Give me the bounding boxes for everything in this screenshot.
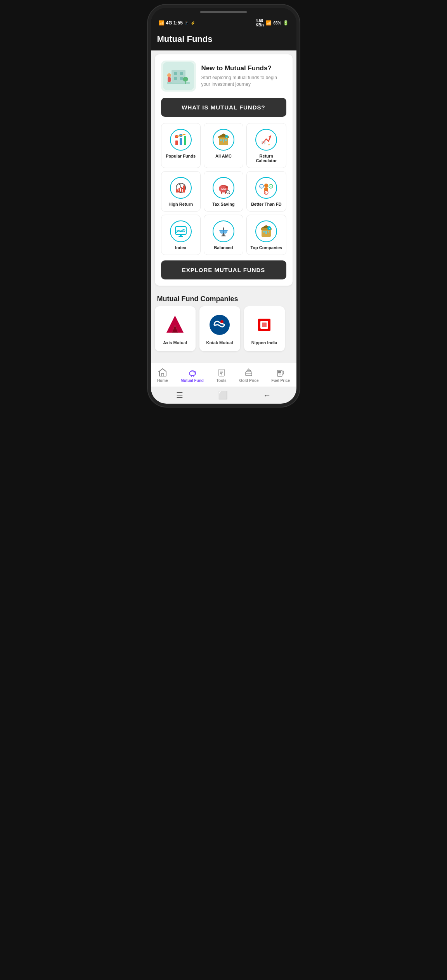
svg-point-7 [167,73,171,77]
nippon-logo [252,312,277,337]
nav-item-mutual-fund[interactable]: Mutual Fund [177,366,206,384]
nav-item-fuel-price[interactable]: Fuel Price [268,366,293,384]
tax-saving-label: Tax Saving [212,202,234,206]
svg-rect-90 [246,372,252,376]
company-card-axis[interactable]: Axis Mutual [155,306,196,351]
popular-funds-icon [170,129,192,151]
svg-rect-36 [183,186,185,193]
grid-item-high-return[interactable]: High Return [161,171,201,212]
svg-rect-39 [222,185,225,186]
svg-rect-43 [221,192,222,194]
grid-item-index[interactable]: INDEX Index [161,215,201,255]
high-return-icon [170,177,192,199]
nav-item-home[interactable]: Home [154,366,171,384]
screen-content: New to Mutual Funds? Start exploring mut… [151,50,296,363]
company-card-nippon[interactable]: Nippon India [244,306,285,351]
svg-rect-59 [222,234,225,236]
svg-rect-33 [176,189,178,193]
grid-item-top-companies[interactable]: ✓ Top Companies [246,215,286,255]
svg-rect-96 [278,371,281,373]
svg-point-84 [189,373,190,373]
grid-item-tax-saving[interactable]: TAX Tax Saving [204,171,243,212]
mutual-fund-nav-icon [187,368,197,377]
svg-rect-44 [225,192,226,194]
explore-mf-button[interactable]: EXPLORE MUTUAL FUNDS [161,260,286,279]
svg-rect-26 [264,140,265,144]
status-left: 📶 4G 1:55 📱 ⚡ [159,20,195,26]
svg-rect-35 [181,187,182,193]
axis-name: Axis Mutual [163,340,187,345]
nav-label-tools: Tools [217,378,227,383]
index-icon: INDEX [170,220,192,242]
grid-item-balanced[interactable]: Balanced [204,215,243,255]
grid-item-all-amc[interactable]: ✓ All AMC [204,123,243,168]
svg-text:$: $ [221,373,222,376]
intro-illustration [161,61,196,92]
svg-rect-3 [174,72,177,75]
balanced-icon [213,220,234,242]
grid-item-popular-funds[interactable]: Popular Funds [161,123,201,168]
svg-rect-29 [179,184,180,185]
better-fd-icon: $ % € [255,177,277,199]
better-fd-label: Better Than FD [251,202,282,206]
what-is-mf-button[interactable]: WHAT IS MUTUAL FUNDS? [161,98,286,117]
grid-item-return-calculator[interactable]: ✦ Return Calculator [246,123,286,168]
svg-rect-58 [219,230,228,231]
nav-label-gold-price: Gold Price [239,378,258,383]
svg-point-73 [210,315,230,335]
nav-item-gold-price[interactable]: Gold Price [236,366,262,384]
svg-rect-64 [263,231,265,232]
fuel-price-nav-icon [276,368,285,377]
svg-point-45 [264,184,268,187]
all-amc-label: All AMC [215,154,232,158]
svg-line-93 [249,369,250,370]
main-card: New to Mutual Funds? Start exploring mut… [155,54,293,286]
svg-rect-20 [225,139,227,141]
svg-text:✦: ✦ [268,143,270,147]
companies-section: Mutual Fund Companies Axis Mutual [151,290,296,355]
svg-text:%: % [270,186,272,188]
svg-text:✓: ✓ [226,136,227,138]
nav-label-mutual-fund: Mutual Fund [180,378,203,383]
svg-text:TAX: TAX [221,187,226,190]
network-speed: 4.50KB/s [256,19,265,27]
companies-section-title: Mutual Fund Companies [151,290,296,306]
intro-heading: New to Mutual Funds? [201,64,286,72]
high-return-label: High Return [168,202,193,206]
nav-label-fuel-price: Fuel Price [271,378,290,383]
wifi-icon: 📶 [266,20,272,26]
svg-rect-34 [178,188,180,193]
svg-text:$: $ [261,186,262,188]
balanced-label: Balanced [214,245,233,250]
battery-icon: 🔋 [283,20,289,26]
phone-frame: 📶 4G 1:55 📱 ⚡ 4.50KB/s 📶 65% 🔋 Mutual Fu… [151,8,296,404]
gesture-bar: ☰ ⬜ ← [151,387,296,404]
svg-line-42 [229,193,230,194]
svg-rect-8 [168,77,171,82]
grid-item-better-fd[interactable]: $ % € Better Than FD [246,171,286,212]
svg-rect-2 [172,70,185,83]
return-calculator-label: Return Calculator [249,154,283,163]
svg-rect-25 [262,141,263,144]
nav-label-home: Home [157,378,168,383]
company-card-kotak[interactable]: Kotak Mutual [199,306,240,351]
gold-price-nav-icon [244,368,253,377]
signal-icon: 📶 [159,20,165,26]
svg-rect-65 [268,231,269,232]
nav-item-tools[interactable]: $ Tools [213,366,230,384]
tax-saving-icon: TAX [213,177,234,199]
svg-rect-6 [180,77,183,80]
sim-icon: 📱 [184,21,189,25]
home-gesture-icon: ⬜ [218,390,228,400]
svg-text:€: € [265,192,267,194]
svg-rect-12 [180,138,182,145]
svg-rect-60 [221,236,226,236]
kotak-logo [207,312,232,337]
usb-icon: ⚡ [191,21,195,25]
svg-rect-55 [180,234,182,236]
svg-rect-11 [175,140,178,145]
companies-row: Axis Mutual Kotak Mutual [151,306,296,355]
page-title: Mutual Funds [157,34,213,44]
top-companies-icon: ✓ [255,220,277,242]
menu-icon: ☰ [176,390,183,400]
